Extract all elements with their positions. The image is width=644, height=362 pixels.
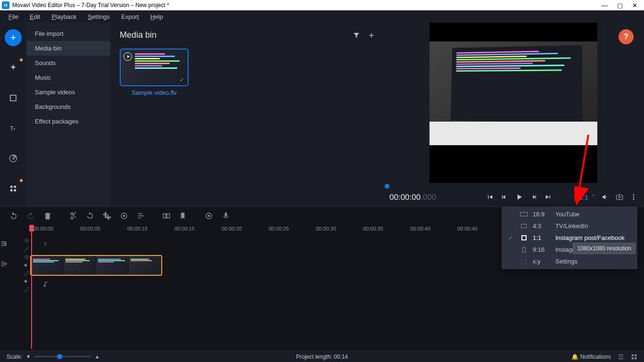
menu-file[interactable]: File <box>3 11 24 22</box>
sidepanel-file-import[interactable]: File import <box>26 26 110 41</box>
scale-down-icon[interactable]: ▼ <box>26 354 31 359</box>
next-clip-icon[interactable] <box>545 193 552 201</box>
next-frame-icon[interactable] <box>530 193 538 201</box>
tool-titles[interactable]: TT <box>5 120 22 137</box>
prev-clip-icon[interactable] <box>486 193 494 201</box>
preview-video[interactable] <box>429 23 597 183</box>
notifications-button[interactable]: 🔔 Notifications <box>571 354 611 360</box>
add-track-icon[interactable] <box>0 260 8 268</box>
text-track-icon: T <box>43 240 50 247</box>
minimize-button[interactable]: — <box>602 2 608 9</box>
sidebar-tools: TT <box>0 23 26 206</box>
volume-icon[interactable] <box>602 193 609 201</box>
mute-icon[interactable] <box>24 262 30 268</box>
play-overlay-icon <box>124 52 132 61</box>
link-icon[interactable] <box>24 286 30 292</box>
scrub-bar[interactable] <box>385 185 644 187</box>
play-icon[interactable] <box>514 192 524 202</box>
svg-rect-13 <box>163 214 166 218</box>
color-adjust-icon[interactable] <box>120 212 128 220</box>
mute-icon[interactable] <box>24 278 30 284</box>
eye-icon[interactable] <box>24 238 30 244</box>
scale-label: Scale: <box>7 354 22 360</box>
snapshot-icon[interactable] <box>616 193 623 201</box>
filter-icon[interactable] <box>353 32 360 39</box>
prev-frame-icon[interactable] <box>500 193 508 201</box>
preview-time: 00:00:00.000 <box>389 192 436 202</box>
svg-rect-5 <box>14 186 17 188</box>
add-media-icon[interactable] <box>368 32 375 39</box>
timeline-view-icon[interactable] <box>618 354 624 360</box>
aspect-16-9[interactable]: 16:9YouTube <box>502 208 637 220</box>
svg-rect-14 <box>167 214 170 218</box>
more-icon[interactable] <box>630 193 637 201</box>
window-title: Movavi Video Editor Plus – 7-Day Trial V… <box>12 2 602 8</box>
svg-rect-20 <box>632 354 634 356</box>
svg-text:T: T <box>44 242 47 247</box>
eye-icon[interactable] <box>24 254 30 260</box>
menu-help[interactable]: Help <box>145 11 169 22</box>
svg-point-9 <box>633 197 635 198</box>
scale-slider[interactable] <box>34 356 91 357</box>
preview-controls: 00:00:00.000 1:1 ˅ <box>385 188 644 206</box>
media-item[interactable]: ✓ Sample video.flv <box>120 49 189 96</box>
undo-icon[interactable] <box>9 212 18 220</box>
svg-rect-1 <box>10 95 16 101</box>
svg-text:T: T <box>13 127 16 132</box>
link-icon[interactable] <box>24 270 30 276</box>
aspect-settings[interactable]: x:ySettings <box>502 255 637 267</box>
help-button[interactable]: ? <box>619 29 634 44</box>
menu-export[interactable]: Export <box>116 11 145 22</box>
storyboard-view-icon[interactable] <box>631 354 637 360</box>
delete-icon[interactable] <box>43 212 52 220</box>
menu-playback[interactable]: Playback <box>46 11 82 22</box>
link-icon[interactable] <box>24 246 30 252</box>
transition-wizard-icon[interactable] <box>162 212 171 220</box>
rotate-icon[interactable] <box>86 212 94 220</box>
sidepanel-backgrounds[interactable]: Backgrounds <box>26 99 110 114</box>
split-icon[interactable] <box>69 212 77 220</box>
clip-properties-icon[interactable] <box>137 212 145 220</box>
aspect-1-1[interactable]: ✓ 1:1Instagram post/Facebook <box>502 232 637 244</box>
record-video-icon[interactable] <box>205 212 213 220</box>
tool-transitions[interactable] <box>5 90 22 107</box>
svg-rect-4 <box>10 186 13 188</box>
aspect-ratio-button[interactable]: 1:1 ˅ <box>580 194 595 201</box>
media-item-label: Sample video.flv <box>120 89 189 96</box>
sidepanel-sample-videos[interactable]: Sample videos <box>26 85 110 99</box>
menu-edit[interactable]: Edit <box>24 11 46 22</box>
svg-point-16 <box>208 215 210 217</box>
sidepanel-media-bin[interactable]: Media bin <box>26 41 110 56</box>
marker-icon[interactable] <box>179 212 188 220</box>
tool-filters[interactable] <box>5 59 22 76</box>
redo-icon[interactable] <box>26 212 35 220</box>
tool-import[interactable] <box>5 29 22 46</box>
project-length: Project length: 00:14 <box>296 354 348 360</box>
sidepanel-effect-packages[interactable]: Effect packages <box>26 114 110 129</box>
svg-rect-22 <box>632 357 634 359</box>
app-icon <box>2 1 9 9</box>
side-panel: File import Media bin Sounds Music Sampl… <box>26 23 110 206</box>
tool-stickers[interactable] <box>5 150 22 167</box>
close-button[interactable]: ✕ <box>632 2 637 9</box>
preview-pane: 00:00:00.000 1:1 ˅ <box>385 23 644 206</box>
svg-rect-0 <box>3 3 8 8</box>
video-clip[interactable] <box>30 255 162 276</box>
svg-point-10 <box>633 198 635 200</box>
statusbar: Scale: ▼ ▲ Project length: 00:14 🔔 Notif… <box>0 351 644 362</box>
add-track-icon[interactable] <box>0 240 8 247</box>
svg-rect-6 <box>10 189 13 192</box>
sidepanel-sounds[interactable]: Sounds <box>26 56 110 70</box>
sidepanel-music[interactable]: Music <box>26 70 110 85</box>
crop-icon[interactable] <box>103 212 111 220</box>
record-audio-icon[interactable] <box>222 212 230 220</box>
svg-rect-23 <box>635 357 636 359</box>
track-audio <box>0 277 644 294</box>
menu-settings[interactable]: Settings <box>82 11 116 22</box>
playhead[interactable] <box>29 225 34 231</box>
aspect-4-3[interactable]: 4:3TV/LinkedIn <box>502 220 637 232</box>
tool-more[interactable] <box>5 180 22 197</box>
maximize-button[interactable]: ▢ <box>617 2 623 9</box>
scale-up-icon[interactable]: ▲ <box>95 354 99 359</box>
svg-point-12 <box>123 215 125 217</box>
